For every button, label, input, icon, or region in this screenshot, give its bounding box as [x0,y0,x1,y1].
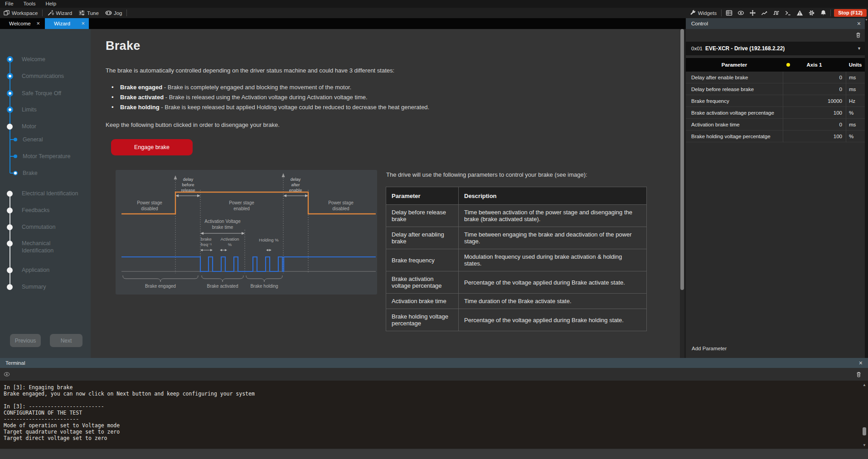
drive-selector[interactable]: 0x01 EVE-XCR - Drive (192.168.2.22) ▼ [686,42,865,55]
tab-wizard-close-icon[interactable]: × [81,18,85,29]
menu-file[interactable]: File [0,0,19,8]
scroll-up-icon[interactable]: ▲ [862,383,867,387]
instruction-text: Keep the following button clicked in ord… [106,121,280,128]
sidebar-item-limits[interactable]: Limits [22,106,83,113]
sidebar-item-general[interactable]: General [23,136,84,143]
param-unit: % [846,107,865,119]
sidebar-item-application[interactable]: Application [22,266,83,274]
terminal-button[interactable] [782,8,794,18]
jog-button[interactable]: Jog [102,8,126,18]
sidebar-item-summary[interactable]: Summary [22,283,83,290]
engage-brake-button[interactable]: Engage brake [111,139,193,155]
terminal-line: CONFIGURATION OF THE TEST [4,410,868,416]
sidebar-item-motor-temperature[interactable]: Motor Temperature [23,153,84,160]
menu-bar: File Tools Help [0,0,868,8]
settings-button[interactable] [805,8,817,18]
toolbar-separator [42,10,43,16]
notifications-button[interactable] [817,8,829,18]
tab-welcome-close-icon[interactable]: × [36,18,40,29]
signal-button[interactable] [770,8,782,18]
terminal-scrollbar[interactable]: ▲ ▼ [862,383,867,447]
watcher-button[interactable] [735,8,747,18]
sidebar-item-electrical-identification[interactable]: Electrical Identification [22,190,83,197]
step-dot-summary[interactable] [7,284,13,290]
step-dot-electrical-identification[interactable] [7,191,13,197]
step-dot-mechanical-identification[interactable] [7,241,13,246]
tab-wizard[interactable]: Wizard × [45,18,89,29]
right-edge-scroll-strip[interactable]: ▼ [865,18,868,358]
parameter-row[interactable]: Brake frequency 10000 Hz [686,95,865,107]
parameter-row[interactable]: Delay before release brake 0 ms [686,83,865,95]
param-value[interactable]: 0 [783,119,846,130]
stop-button[interactable]: Stop (F12) [834,9,867,17]
param-value[interactable]: 0 [783,83,846,95]
trash-icon[interactable] [856,371,862,378]
control-panel-header: Control × [686,18,865,29]
menu-help[interactable]: Help [40,0,61,8]
step-dot-commutation[interactable] [7,224,13,230]
gear-icon [808,10,815,16]
tune-button[interactable]: Tune [75,8,102,18]
parameter-row[interactable]: Delay after enable brake 0 ms [686,72,865,83]
param-value[interactable]: 10000 [783,95,846,107]
terminal-scrollbar-thumb[interactable] [863,427,866,435]
sidebar-item-mechanical-identification[interactable]: Mechanical Identification [22,240,76,254]
step-dot-feedbacks[interactable] [7,208,13,213]
eye-icon[interactable] [4,372,10,377]
column-parameter: Parameter [686,62,783,68]
step-dot-motor-temperature[interactable] [14,155,17,158]
column-header-description: Description [459,187,647,205]
param-cell: Delay after enabling brake [386,227,459,249]
step-dot-general[interactable] [14,138,17,141]
terminal-input-strip[interactable] [0,449,868,459]
previous-button[interactable]: Previous [10,334,41,347]
sidebar-item-brake[interactable]: Brake [23,169,84,177]
wizard-label: Wizard [56,10,72,16]
scope-button[interactable] [758,8,770,18]
desc-cell: Time duration of the Brake activate stat… [459,294,647,309]
sidebar-item-safe-torque-off[interactable]: Safe Torque Off [22,90,83,97]
param-value[interactable]: 0 [783,72,846,83]
next-button[interactable]: Next [50,334,82,347]
main-scrollbar-thumb[interactable] [680,29,684,290]
sidebar-item-welcome[interactable]: Welcome [22,56,83,63]
diagram-label: disabled [141,206,158,211]
widgets-button[interactable]: Widgets [686,8,720,18]
add-parameter-button[interactable]: Add Parameter [692,346,727,351]
terminal-close-icon[interactable]: × [859,359,863,367]
sidebar-item-communications[interactable]: Communications [22,72,83,80]
wizard-button[interactable]: Wizard [44,8,75,18]
param-value[interactable]: 100 [783,130,846,142]
motion-button[interactable] [747,8,758,18]
parameter-row[interactable]: Brake holding voltage percentatge 100 % [686,130,865,142]
step-dot-application[interactable] [7,267,13,273]
scroll-down-icon[interactable]: ▼ [862,443,867,447]
param-value[interactable]: 100 [783,107,846,119]
alerts-button[interactable] [794,8,805,18]
step-dot-motor[interactable] [7,124,13,130]
column-axis1: Axis 1 [783,62,846,68]
parameter-row[interactable]: Brake activation voltage percentage 100 … [686,107,865,119]
step-dot-limits[interactable] [7,106,13,113]
step-dot-communications[interactable] [7,73,13,79]
main-scrollbar[interactable] [680,29,684,358]
sidebar-item-motor[interactable]: Motor [22,123,83,130]
tab-welcome[interactable]: Welcome × [0,18,44,29]
step-dot-welcome[interactable] [7,56,13,63]
step-dot-brake-current[interactable] [13,171,18,175]
clear-parameters-button[interactable] [855,32,861,40]
sidebar-item-commutation[interactable]: Commutation [22,223,83,231]
workspace-button[interactable]: Workspace [0,8,41,18]
menu-tools[interactable]: Tools [19,0,41,8]
wizard-brake-page: Brake The brake is automatically control… [91,29,680,358]
workspace-label: Workspace [12,10,38,16]
terminal-line: Target direct voltage set to zero [4,435,868,441]
parameter-row[interactable]: Activation brake time 0 ms [686,119,865,130]
diagram-phase-label: Brake engaged [145,284,176,289]
sliders-icon [78,10,85,16]
step-dot-safe-torque-off[interactable] [7,90,13,97]
sidebar-item-feedbacks[interactable]: Feedbacks [22,207,83,214]
terminal-output[interactable]: In [3]: Engaging brake Brake engaged, yo… [0,381,868,449]
table-widget-button[interactable] [723,8,735,18]
control-panel-close-icon[interactable]: × [857,20,861,27]
